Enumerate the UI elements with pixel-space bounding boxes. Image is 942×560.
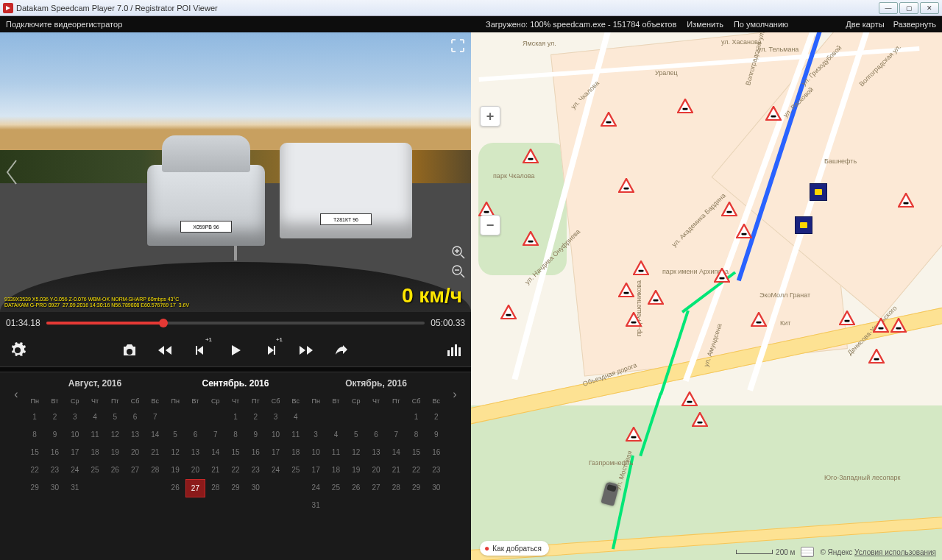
calendar-day[interactable]: 10 <box>65 426 85 443</box>
seek-bar[interactable] <box>46 322 425 325</box>
calendar-day[interactable]: 7 <box>386 426 406 443</box>
calendar-day[interactable]: 21 <box>386 461 406 478</box>
frame-back-button[interactable]: +1 <box>191 341 209 359</box>
calendar-day[interactable]: 14 <box>386 444 406 461</box>
calendar-day[interactable]: 31 <box>65 479 85 496</box>
map-zoom-in-button[interactable]: + <box>480 106 500 127</box>
prev-clip-icon[interactable] <box>3 157 21 187</box>
calendar-day[interactable]: 2 <box>246 408 265 425</box>
map-layers-icon[interactable] <box>801 547 814 557</box>
calendar-day[interactable]: 24 <box>65 461 85 478</box>
calendar-day[interactable]: 26 <box>105 461 124 478</box>
poi-warning-icon[interactable] <box>873 318 889 333</box>
poi-warning-icon[interactable] <box>626 427 642 442</box>
calendar-day[interactable]: 22 <box>406 461 425 478</box>
poi-warning-icon[interactable] <box>868 349 885 364</box>
calendar-day[interactable]: 18 <box>286 444 305 461</box>
close-button[interactable]: ✕ <box>920 2 939 14</box>
calendar-prev-button[interactable]: ‹ <box>9 387 24 402</box>
poi-warning-icon[interactable] <box>751 312 767 327</box>
calendar-day[interactable]: 28 <box>146 461 165 478</box>
calendar-day[interactable]: 25 <box>286 461 305 478</box>
calendar-day[interactable]: 8 <box>25 426 44 443</box>
calendar-day[interactable]: 29 <box>406 479 425 496</box>
calendar-day[interactable]: 9 <box>427 426 446 443</box>
calendar-day[interactable]: 23 <box>246 461 265 478</box>
calendar-day[interactable]: 19 <box>105 444 124 461</box>
calendar-day[interactable]: 17 <box>306 461 325 478</box>
calendar-day[interactable]: 5 <box>347 426 366 443</box>
calendar-day[interactable]: 5 <box>166 426 185 443</box>
calendar-day[interactable]: 1 <box>226 408 245 425</box>
poi-warning-icon[interactable] <box>736 224 752 238</box>
calendar-day[interactable]: 17 <box>266 444 285 461</box>
calendar-day[interactable]: 15 <box>226 444 245 461</box>
video-zoom-in-icon[interactable] <box>450 244 467 260</box>
poi-speedcam-icon[interactable] <box>810 183 827 201</box>
calendar-day[interactable]: 13 <box>125 426 144 443</box>
map-route-button[interactable]: Как добраться <box>480 541 549 556</box>
poi-warning-icon[interactable] <box>839 311 855 325</box>
calendar-day[interactable]: 30 <box>246 479 265 497</box>
calendar-day[interactable]: 7 <box>206 426 225 443</box>
calendar-day[interactable]: 3 <box>266 408 285 425</box>
calendar-day[interactable]: 6 <box>185 426 205 443</box>
maximize-button[interactable]: ▢ <box>899 2 918 14</box>
rewind-button[interactable] <box>156 341 174 359</box>
calendar-day[interactable]: 18 <box>85 444 105 461</box>
calendar-day[interactable]: 9 <box>246 426 265 443</box>
calendar-day[interactable]: 17 <box>65 444 85 461</box>
calendar-day[interactable]: 21 <box>206 461 225 478</box>
two-maps-link[interactable]: Две карты <box>846 20 884 29</box>
calendar-day[interactable]: 31 <box>306 497 325 514</box>
calendar-day[interactable]: 30 <box>427 479 446 496</box>
calendar-day[interactable]: 23 <box>45 461 64 478</box>
edit-link[interactable]: Изменить <box>687 20 723 29</box>
calendar-day[interactable]: 20 <box>125 444 144 461</box>
calendar-day[interactable]: 10 <box>306 444 325 461</box>
calendar-day[interactable]: 22 <box>25 461 44 478</box>
calendar-day[interactable]: 16 <box>246 444 265 461</box>
calendar-day[interactable]: 15 <box>406 444 425 461</box>
minimize-button[interactable]: — <box>879 2 898 14</box>
calendar-day[interactable]: 13 <box>366 444 386 461</box>
poi-warning-icon[interactable] <box>601 112 617 127</box>
calendar-day[interactable]: 21 <box>146 444 165 461</box>
calendar-day[interactable]: 23 <box>427 461 446 478</box>
expand-link[interactable]: Развернуть <box>893 20 936 29</box>
map-zoom-out-button[interactable]: − <box>480 215 500 235</box>
poi-warning-icon[interactable] <box>618 178 634 193</box>
poi-warning-icon[interactable] <box>618 283 634 297</box>
poi-warning-icon[interactable] <box>523 149 539 163</box>
calendar-day[interactable]: 27 <box>185 479 205 497</box>
map-viewport[interactable]: Ямская ул.ул. Чкаловапарк Чкаловаул. Хас… <box>471 32 942 560</box>
calendar-day[interactable]: 30 <box>45 479 64 496</box>
calendar-day[interactable]: 5 <box>105 408 124 425</box>
calendar-day[interactable]: 15 <box>25 444 44 461</box>
calendar-day[interactable]: 12 <box>105 426 124 443</box>
calendar-day[interactable]: 4 <box>286 408 305 425</box>
calendar-day[interactable]: 26 <box>166 479 185 497</box>
calendar-day[interactable]: 1 <box>25 408 44 425</box>
calendar-day[interactable]: 13 <box>185 444 205 461</box>
video-viewport[interactable]: Х059РВ 96 Т281КТ 96 9339X3539 X5.036 Y-0… <box>0 32 471 312</box>
video-zoom-out-icon[interactable] <box>450 263 467 280</box>
calendar-day[interactable]: 22 <box>226 461 245 478</box>
calendar-day[interactable]: 2 <box>45 408 64 425</box>
calendar-day[interactable]: 9 <box>45 426 64 443</box>
calendar-day[interactable]: 19 <box>166 461 185 478</box>
calendar-day[interactable]: 28 <box>386 479 406 496</box>
fast-forward-button[interactable] <box>297 341 315 359</box>
calendar-day[interactable]: 24 <box>266 461 285 478</box>
poi-warning-icon[interactable] <box>523 231 539 246</box>
settings-button[interactable] <box>9 341 26 359</box>
poi-speedcam-icon[interactable] <box>795 216 812 234</box>
poi-warning-icon[interactable] <box>626 312 642 327</box>
poi-warning-icon[interactable] <box>648 290 664 305</box>
calendar-day[interactable]: 11 <box>326 444 345 461</box>
share-button[interactable] <box>333 341 350 359</box>
frame-forward-button[interactable]: +1 <box>262 341 280 359</box>
calendar-day[interactable]: 2 <box>427 408 446 425</box>
calendar-day[interactable]: 27 <box>125 461 144 478</box>
calendar-day[interactable]: 20 <box>185 461 205 478</box>
